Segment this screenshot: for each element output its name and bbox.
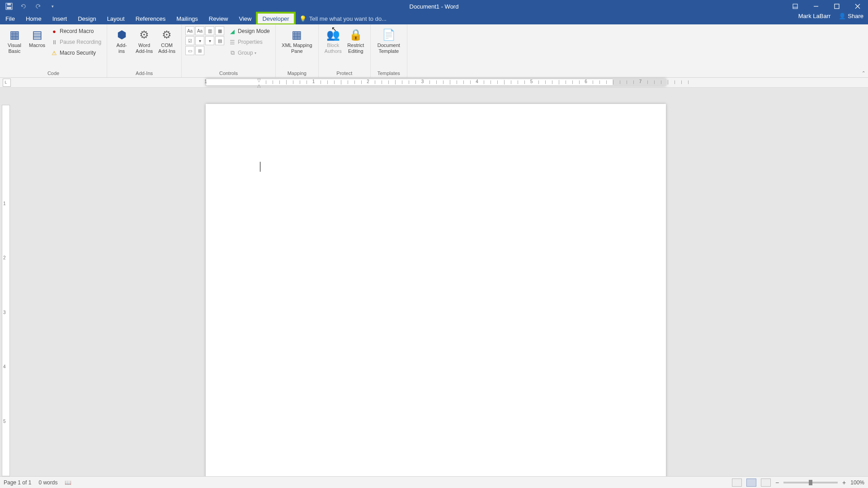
first-line-indent-icon[interactable]: ▽ xyxy=(257,78,261,83)
tab-layout[interactable]: Layout xyxy=(102,13,130,24)
ruler-number: 1 xyxy=(204,79,207,84)
zoom-slider-knob[interactable] xyxy=(809,480,812,485)
plain-text-control-icon[interactable]: Aa xyxy=(195,26,204,35)
macros-button[interactable]: ▤ Macros xyxy=(26,26,48,49)
group-mapping: ▦ XML Mapping Pane Mapping xyxy=(276,24,319,77)
svg-rect-2 xyxy=(7,7,11,9)
ruler-number: 3 xyxy=(421,79,424,84)
dropdown-control-icon[interactable]: ▾ xyxy=(205,36,214,45)
page-indicator[interactable]: Page 1 of 1 xyxy=(4,479,31,486)
tab-selector[interactable]: └ xyxy=(3,79,11,87)
minimize-icon[interactable] xyxy=(806,0,826,13)
properties-icon: ☰ xyxy=(229,38,236,46)
controls-gallery[interactable]: Aa Aa ▥ ▦ ☑ ▾ ▾ ▤ ▭ ⊞ xyxy=(185,26,224,55)
tab-view[interactable]: View xyxy=(233,13,257,24)
addins-button[interactable]: ⬢ Add- ins xyxy=(111,26,132,55)
ribbon-display-options-icon[interactable] xyxy=(785,0,806,13)
visual-basic-icon: ▦ xyxy=(7,27,22,42)
status-bar: Page 1 of 1 0 words 📖 − + 100% xyxy=(0,476,868,488)
lock-icon: 🔒 xyxy=(349,27,363,42)
block-authors-label: Block Authors xyxy=(325,42,342,54)
tab-insert[interactable]: Insert xyxy=(47,13,73,24)
design-mode-button[interactable]: ◢ Design Mode xyxy=(227,26,272,36)
restrict-editing-button[interactable]: 🔒 Restrict Editing xyxy=(345,26,367,55)
tab-file[interactable]: File xyxy=(0,13,20,24)
com-addins-label: COM Add-Ins xyxy=(158,42,175,54)
record-macro-button[interactable]: ● Record Macro xyxy=(49,26,103,36)
ruler-number: 6 xyxy=(585,79,587,84)
tell-me-search[interactable]: 💡 Tell me what you want to do... xyxy=(295,13,391,24)
spell-check-icon[interactable]: 📖 xyxy=(65,479,71,486)
pause-icon: ⏸ xyxy=(51,38,58,46)
ruler-row: └ ▽ △ 12345671 xyxy=(0,78,868,88)
ribbon-tabs: File Home Insert Design Layout Reference… xyxy=(0,13,868,24)
xml-mapping-pane-button[interactable]: ▦ XML Mapping Pane xyxy=(279,26,315,55)
group-icon: ⧉ xyxy=(229,49,236,56)
zoom-out-icon[interactable]: − xyxy=(775,479,779,486)
vruler-number: 4 xyxy=(3,364,6,369)
visual-basic-button[interactable]: ▦ Visual Basic xyxy=(4,26,25,55)
pause-recording-label: Pause Recording xyxy=(60,39,101,45)
zoom-slider[interactable] xyxy=(783,482,838,483)
shield-icon: ⚠ xyxy=(51,49,58,56)
print-layout-view-icon[interactable] xyxy=(746,479,756,487)
macro-security-button[interactable]: ⚠ Macro Security xyxy=(49,48,103,58)
zoom-level[interactable]: 100% xyxy=(850,479,864,486)
vruler-number: 3 xyxy=(3,310,6,314)
word-count[interactable]: 0 words xyxy=(38,479,57,486)
redo-icon[interactable] xyxy=(33,1,43,12)
visual-basic-label: Visual Basic xyxy=(8,42,21,54)
text-cursor xyxy=(260,162,260,172)
xml-mapping-icon: ▦ xyxy=(290,27,304,42)
read-mode-view-icon[interactable] xyxy=(732,479,742,487)
pause-recording-button: ⏸ Pause Recording xyxy=(49,37,103,47)
word-template-icon: 📄 xyxy=(382,27,396,42)
word-addins-label: Word Add-Ins xyxy=(136,42,153,54)
tab-design[interactable]: Design xyxy=(72,13,101,24)
tell-me-placeholder: Tell me what you want to do... xyxy=(309,15,387,22)
collapse-ribbon-icon[interactable]: ⌃ xyxy=(862,70,865,75)
legacy-tools-icon[interactable]: ⊞ xyxy=(195,46,204,55)
vruler-number: 5 xyxy=(3,418,6,423)
rich-text-control-icon[interactable]: Aa xyxy=(185,26,194,35)
tab-developer[interactable]: Developer xyxy=(257,13,294,24)
picture-control-icon[interactable]: ▥ xyxy=(205,26,214,35)
tab-mailings[interactable]: Mailings xyxy=(171,13,203,24)
checkbox-control-icon[interactable]: ☑ xyxy=(185,36,194,45)
xml-mapping-label: XML Mapping Pane xyxy=(282,42,312,54)
tab-references[interactable]: References xyxy=(130,13,171,24)
group-addins: ⬢ Add- ins ⚙ Word Add-Ins ⚙ COM Add-Ins … xyxy=(107,24,182,77)
document-page[interactable] xyxy=(206,104,666,476)
document-template-button[interactable]: 📄 Document Template xyxy=(374,26,403,55)
vertical-ruler[interactable]: 12345 xyxy=(2,105,10,476)
web-layout-view-icon[interactable] xyxy=(761,479,771,487)
macros-icon: ▤ xyxy=(30,27,44,42)
addins-icon: ⬢ xyxy=(114,27,129,42)
maximize-icon[interactable] xyxy=(826,0,847,13)
svg-rect-3 xyxy=(793,4,797,9)
building-block-control-icon[interactable]: ▦ xyxy=(215,26,224,35)
quick-access-toolbar: ▾ xyxy=(0,1,58,12)
zoom-in-icon[interactable]: + xyxy=(842,479,846,486)
combobox-control-icon[interactable]: ▾ xyxy=(195,36,204,45)
repeating-section-control-icon[interactable]: ▭ xyxy=(185,46,194,55)
share-button[interactable]: 👤 Share xyxy=(839,13,863,19)
group-controls-button: ⧉ Group ▾ xyxy=(227,48,272,58)
document-title: Document1 - Word xyxy=(410,3,459,10)
com-addins-button[interactable]: ⚙ COM Add-Ins xyxy=(156,26,178,55)
date-picker-control-icon[interactable]: ▤ xyxy=(215,36,224,45)
save-icon[interactable] xyxy=(4,1,14,12)
word-addins-button[interactable]: ⚙ Word Add-Ins xyxy=(133,26,155,55)
tab-home[interactable]: Home xyxy=(20,13,47,24)
qat-customize-icon[interactable]: ▾ xyxy=(47,1,58,12)
vruler-number: 1 xyxy=(3,201,6,206)
signed-in-user[interactable]: Mark LaBarr xyxy=(798,13,831,19)
ruler-number: 4 xyxy=(476,79,478,84)
share-icon: 👤 xyxy=(839,13,846,19)
horizontal-ruler[interactable]: ▽ △ 12345671 xyxy=(206,79,687,87)
undo-icon[interactable] xyxy=(18,1,29,12)
share-label: Share xyxy=(848,13,863,19)
close-icon[interactable] xyxy=(847,0,868,13)
tab-review[interactable]: Review xyxy=(203,13,234,24)
macro-security-label: Macro Security xyxy=(60,50,96,56)
